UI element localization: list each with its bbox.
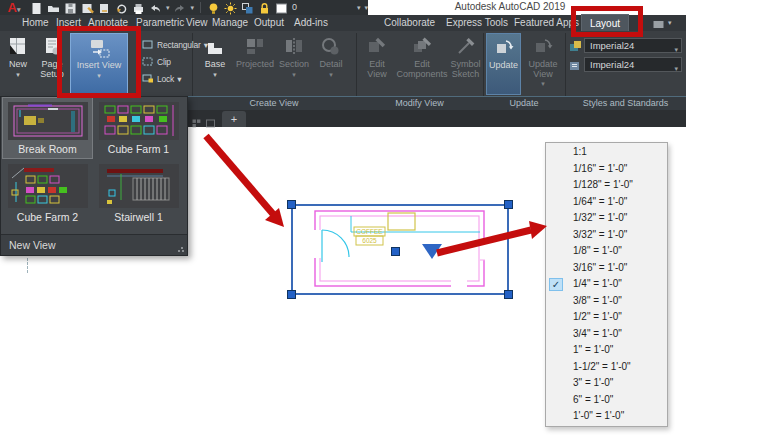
lock-icon[interactable] (258, 1, 271, 14)
gallery-item-stairwell-1[interactable]: Stairwell 1 (94, 160, 183, 232)
scale-option[interactable]: 1" = 1'-0" (546, 342, 667, 359)
scale-option[interactable]: 3/4" = 1'-0" (546, 326, 667, 343)
room-number-label: 6025 (362, 237, 377, 244)
save-icon[interactable] (64, 1, 77, 14)
thumbnail-cube-farm-1 (99, 102, 179, 140)
new-drawing-tab-button[interactable]: + (222, 111, 246, 127)
refresh-icon[interactable] (115, 1, 128, 14)
toolbar-separator (200, 2, 201, 13)
sun-icon[interactable] (224, 1, 237, 14)
undo-options-caret[interactable]: ▾ (166, 4, 170, 12)
lock-viewport-button[interactable]: Lock ▾ (141, 71, 197, 86)
viewport-corner-grip[interactable] (504, 200, 513, 209)
view-style-icon (569, 39, 582, 52)
scale-option[interactable]: 1/8" = 1'-0" (546, 243, 667, 260)
redo-icon[interactable] (173, 1, 186, 14)
layer-color-swatch[interactable] (275, 1, 288, 14)
detail-view-button: Detail ▾ (313, 33, 349, 94)
coffee-label: COFFEE (356, 228, 383, 235)
projected-view-icon (244, 36, 266, 58)
tab-add-ins[interactable]: Add-ins (294, 15, 328, 31)
layer-dropdown-caret[interactable]: ▾ (357, 4, 361, 12)
gallery-item-label: Break Room (18, 143, 76, 155)
scale-option[interactable]: 1/16" = 1'-0" (546, 161, 667, 178)
scale-option[interactable]: 1'-0" = 1'-0" (546, 408, 667, 425)
tab-home[interactable]: Home (22, 15, 49, 31)
drawing-tab-icon[interactable] (206, 114, 215, 123)
gallery-item-cube-farm-1[interactable]: Cube Farm 1 (94, 98, 183, 158)
projected-view-button: Projected (235, 33, 275, 94)
panel-title-create-view: Create View (192, 97, 356, 110)
scale-option[interactable]: 1/64" = 1'-0" (546, 194, 667, 211)
open-file-icon[interactable] (47, 1, 60, 14)
redo-options-caret[interactable]: ▾ (190, 4, 194, 12)
scale-option[interactable]: 1-1/2" = 1'-0" (546, 359, 667, 376)
gallery-item-break-room[interactable]: Break Room (3, 98, 92, 158)
tab-output[interactable]: Output (254, 15, 284, 31)
thumbnail-break-room (8, 102, 88, 140)
tab-manage[interactable]: Manage (212, 15, 248, 31)
update-icon (493, 37, 515, 59)
clip-button[interactable]: Clip (141, 54, 197, 69)
update-view-icon (532, 36, 554, 58)
new-layout-button[interactable]: New ▾ (2, 33, 34, 94)
plot-icon[interactable] (98, 1, 111, 14)
print-icon[interactable] (132, 1, 145, 14)
new-file-icon[interactable] (30, 1, 43, 14)
stray-dashed-line (27, 258, 28, 273)
base-view-icon (204, 36, 226, 58)
gallery-item-cube-farm-2[interactable]: Cube Farm 2 (3, 160, 92, 232)
tab-featured-apps[interactable]: Featured Apps (514, 15, 579, 31)
highlight-box-layout-tab (571, 6, 643, 37)
tab-collaborate[interactable]: Collaborate (384, 15, 435, 31)
undo-icon[interactable] (149, 1, 162, 14)
viewport-move-grip[interactable] (391, 247, 400, 256)
gallery-item-label: Stairwell 1 (114, 211, 162, 223)
resize-grip[interactable] (177, 245, 185, 253)
scale-option[interactable]: 3" = 1'-0" (546, 375, 667, 392)
tab-parametric[interactable]: Parametric (136, 15, 184, 31)
rectangular-viewport-icon (141, 38, 154, 51)
selection-cycling-icon[interactable] (241, 1, 254, 14)
scale-option[interactable]: 1/32" = 1'-0" (546, 210, 667, 227)
toolbar-customize-caret[interactable]: ▾ (365, 4, 369, 12)
scale-option-selected[interactable]: ✓ 1/4" = 1'-0" (546, 276, 667, 293)
section-view-icon (283, 36, 305, 58)
ribbon-display-caret[interactable]: ▾ (668, 19, 672, 27)
clip-icon (141, 55, 154, 68)
save-as-icon[interactable] (81, 1, 94, 14)
standard-style-select[interactable]: Imperial24▾ (584, 57, 682, 72)
chevron-down-icon: ▾ (674, 62, 678, 76)
symbol-sketch-icon (455, 36, 477, 58)
scale-option[interactable]: 3/8" = 1'-0" (546, 293, 667, 310)
gallery-item-label: Cube Farm 1 (108, 143, 169, 155)
update-button[interactable]: Update (486, 33, 521, 95)
rectangular-button[interactable]: Rectangular ▾ (141, 37, 197, 52)
scale-option[interactable]: 3/16" = 1'-0" (546, 260, 667, 277)
ribbon-display-icon[interactable] (652, 17, 665, 30)
scale-option[interactable]: 1/128" = 1'-0" (546, 177, 667, 194)
lock-viewport-icon (141, 72, 154, 85)
thumbnail-stairwell-1 (99, 164, 179, 208)
viewport-scale-grip[interactable] (422, 244, 442, 259)
start-tab-icon[interactable] (192, 114, 201, 123)
viewport-corner-grip[interactable] (504, 290, 513, 299)
drawing-tab-bar: + (188, 110, 686, 127)
new-view-button[interactable]: New View (1, 234, 187, 255)
symbol-sketch-button: Symbol Sketch (449, 33, 482, 94)
autocad-app-button[interactable]: A▾ (2, 0, 26, 15)
lightbulb-icon[interactable] (207, 1, 220, 14)
tab-view[interactable]: View (186, 15, 208, 31)
tab-express-tools[interactable]: Express Tools (446, 15, 508, 31)
layout-viewport[interactable]: COFFEE 6025 (291, 204, 509, 295)
viewport-corner-grip[interactable] (287, 200, 296, 209)
scale-option[interactable]: 1/2" = 1'-0" (546, 309, 667, 326)
base-view-button[interactable]: Base ▾ (197, 33, 233, 94)
viewport-corner-grip[interactable] (287, 290, 296, 299)
scale-option[interactable]: 1:1 (546, 144, 667, 161)
view-style-select[interactable]: Imperial24▾ (584, 38, 682, 53)
gallery-item-label: Cube Farm 2 (17, 211, 78, 223)
chevron-down-icon: ▾ (17, 6, 21, 13)
scale-option[interactable]: 6" = 1'-0" (546, 392, 667, 409)
scale-option[interactable]: 3/32" = 1'-0" (546, 227, 667, 244)
